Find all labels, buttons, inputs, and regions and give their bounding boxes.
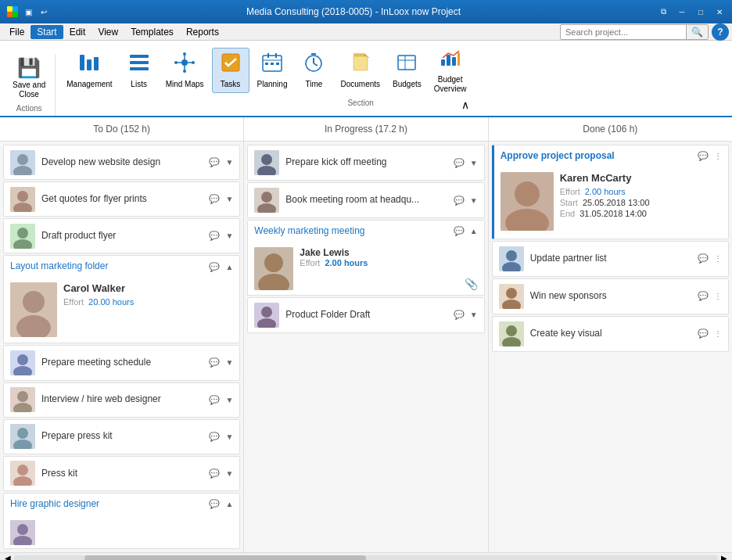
task-card-book-meeting[interactable]: Book meeting room at headqu... 💬 ▼	[247, 182, 484, 218]
task-card-press-kit[interactable]: Prepare press kit 💬 ▼	[3, 419, 240, 454]
task-card-key-visual[interactable]: Create key visual 💬 ⋮	[492, 316, 729, 352]
chevron-schedule[interactable]: ▼	[225, 358, 233, 367]
search-box[interactable]: 🔍	[560, 24, 709, 40]
scroll-right-btn[interactable]: ▶	[718, 554, 730, 560]
task-card-quotes[interactable]: Get quotes for flyer prints 💬 ▼	[3, 181, 240, 217]
task-actions-press-kit2[interactable]: 💬 ▼	[206, 468, 233, 479]
task-actions-draft[interactable]: 💬 ▼	[206, 230, 233, 242]
comment-btn-develop[interactable]: 💬	[206, 156, 222, 168]
chevron-update-partner[interactable]: ⋮	[714, 254, 722, 263]
chevron-weekly-meeting[interactable]: ▲	[470, 227, 478, 235]
help-button[interactable]: ?	[712, 23, 729, 41]
budget-overview-button[interactable]: BudgetOverview	[429, 44, 472, 97]
chevron-press-kit2[interactable]: ▼	[225, 469, 233, 478]
maximize-button[interactable]: □	[694, 5, 707, 18]
chevron-quotes[interactable]: ▼	[225, 195, 233, 203]
task-actions-schedule[interactable]: 💬 ▼	[206, 357, 233, 368]
window-controls[interactable]: ⧉ ─ □ ✕	[657, 5, 726, 18]
chevron-layout[interactable]: ▲	[225, 263, 233, 271]
task-card-press-kit2[interactable]: Press kit 💬 ▼	[3, 456, 240, 491]
minimize-button[interactable]: ─	[676, 5, 688, 18]
task-actions-book-meeting[interactable]: 💬 ▼	[451, 195, 478, 206]
budgets-button[interactable]: Budgets	[388, 48, 426, 92]
comment-btn-draft[interactable]: 💬	[206, 230, 222, 242]
task-actions-hire-graphic[interactable]: 💬 ▲	[206, 498, 233, 510]
comment-btn-quotes[interactable]: 💬	[206, 193, 222, 205]
chevron-approve-proposal[interactable]: ⋮	[714, 152, 722, 160]
task-card-draft-flyer[interactable]: Draft product flyer 💬 ▼	[3, 218, 240, 253]
lists-button[interactable]: Lists	[120, 48, 158, 92]
chevron-press-kit[interactable]: ▼	[225, 433, 233, 441]
task-actions-quotes[interactable]: 💬 ▼	[206, 193, 233, 205]
task-card-update-partner[interactable]: Update partner list 💬 ⋮	[492, 241, 729, 277]
time-button[interactable]: Time	[295, 48, 332, 92]
task-actions-press-kit[interactable]: 💬 ▼	[206, 431, 233, 443]
task-card-kickoff[interactable]: Prepare kick off meeting 💬 ▼	[247, 145, 484, 181]
chevron-hire-graphic[interactable]: ▲	[225, 500, 233, 508]
task-actions-update-partner[interactable]: 💬 ⋮	[695, 253, 722, 264]
task-actions-layout[interactable]: 💬 ▲	[206, 261, 233, 273]
task-card-interview[interactable]: Interview / hire web designer 💬 ▼	[3, 382, 240, 418]
comment-btn-press-kit[interactable]: 💬	[206, 431, 222, 443]
chevron-interview[interactable]: ▼	[225, 396, 233, 404]
scroll-left-btn[interactable]: ◀	[2, 554, 14, 560]
comment-btn-win-sponsors[interactable]: 💬	[695, 290, 711, 302]
mind-maps-button[interactable]: Mind Maps	[161, 48, 209, 92]
menu-templates[interactable]: Templates	[124, 25, 180, 39]
search-button[interactable]: 🔍	[686, 25, 708, 39]
task-card-layout[interactable]: Layout marketing folder 💬 ▲ Carol Walker…	[3, 255, 240, 343]
comment-btn-approve-proposal[interactable]: 💬	[695, 150, 711, 162]
task-actions-interview[interactable]: 💬 ▼	[206, 394, 233, 406]
tile-icon[interactable]: ⧉	[657, 5, 669, 18]
comment-btn-layout[interactable]: 💬	[206, 261, 222, 273]
comment-btn-kickoff[interactable]: 💬	[451, 157, 467, 169]
task-actions-develop[interactable]: 💬 ▼	[206, 156, 233, 168]
comment-btn-update-partner[interactable]: 💬	[695, 253, 711, 264]
task-actions-weekly-meeting[interactable]: 💬 ▲	[451, 225, 478, 237]
save-close-button[interactable]: 💾 Save andClose	[8, 54, 50, 102]
documents-button[interactable]: Documents	[336, 48, 385, 92]
chevron-win-sponsors[interactable]: ⋮	[714, 292, 722, 300]
comment-btn-book-meeting[interactable]: 💬	[451, 195, 467, 206]
task-card-develop-website[interactable]: Develop new website design 💬 ▼	[3, 145, 240, 180]
chevron-product-folder[interactable]: ▼	[470, 311, 478, 319]
todo-body[interactable]: Develop new website design 💬 ▼ Get quote…	[0, 142, 243, 552]
task-card-win-sponsors[interactable]: Win new sponsors 💬 ⋮	[492, 278, 729, 314]
chevron-key-visual[interactable]: ⋮	[714, 329, 722, 338]
task-card-approve-proposal[interactable]: Approve project proposal 💬 ⋮ Karen McCar…	[492, 145, 729, 239]
comment-btn-key-visual[interactable]: 💬	[695, 328, 711, 339]
close-button[interactable]: ✕	[713, 5, 726, 18]
menu-file[interactable]: File	[3, 25, 30, 39]
task-actions-approve-proposal[interactable]: 💬 ⋮	[695, 150, 722, 162]
search-input[interactable]	[561, 26, 686, 38]
task-card-product-folder[interactable]: Product Folder Draft 💬 ▼	[247, 297, 484, 333]
task-actions-key-visual[interactable]: 💬 ⋮	[695, 328, 722, 339]
done-body[interactable]: Approve project proposal 💬 ⋮ Karen McCar…	[489, 142, 732, 552]
chevron-draft[interactable]: ▼	[225, 232, 233, 240]
comment-btn-hire-graphic[interactable]: 💬	[206, 498, 222, 510]
task-actions-kickoff[interactable]: 💬 ▼	[451, 157, 478, 169]
menu-edit[interactable]: Edit	[63, 25, 92, 39]
comment-btn-product-folder[interactable]: 💬	[451, 309, 467, 321]
inprogress-body[interactable]: Prepare kick off meeting 💬 ▼ Book meetin…	[244, 142, 487, 552]
menu-reports[interactable]: Reports	[180, 25, 225, 39]
chevron-develop[interactable]: ▼	[225, 158, 233, 167]
task-card-hire-graphic[interactable]: Hire graphic designer 💬 ▲	[3, 493, 240, 549]
planning-button[interactable]: Planning	[253, 48, 292, 92]
chevron-kickoff[interactable]: ▼	[470, 159, 478, 167]
task-card-meeting-schedule[interactable]: Prepare meeting schedule 💬 ▼	[3, 345, 240, 380]
comment-btn-interview[interactable]: 💬	[206, 394, 222, 406]
task-actions-product-folder[interactable]: 💬 ▼	[451, 309, 478, 321]
management-button[interactable]: Management	[62, 48, 117, 92]
comment-btn-press-kit2[interactable]: 💬	[206, 468, 222, 479]
task-card-weekly-meeting[interactable]: Weekly marketing meeting 💬 ▲ Jake Lewis …	[247, 220, 484, 296]
scroll-thumb[interactable]	[84, 555, 366, 561]
horizontal-scrollbar[interactable]: ◀ ▶	[0, 552, 732, 560]
menu-view[interactable]: View	[92, 25, 124, 39]
tasks-button[interactable]: Tasks	[212, 48, 249, 93]
menu-start[interactable]: Start	[30, 25, 63, 39]
scroll-track[interactable]	[14, 555, 718, 561]
ribbon-collapse-button[interactable]: ∧	[460, 97, 471, 113]
chevron-book-meeting[interactable]: ▼	[470, 196, 478, 205]
comment-btn-weekly-meeting[interactable]: 💬	[451, 225, 467, 237]
